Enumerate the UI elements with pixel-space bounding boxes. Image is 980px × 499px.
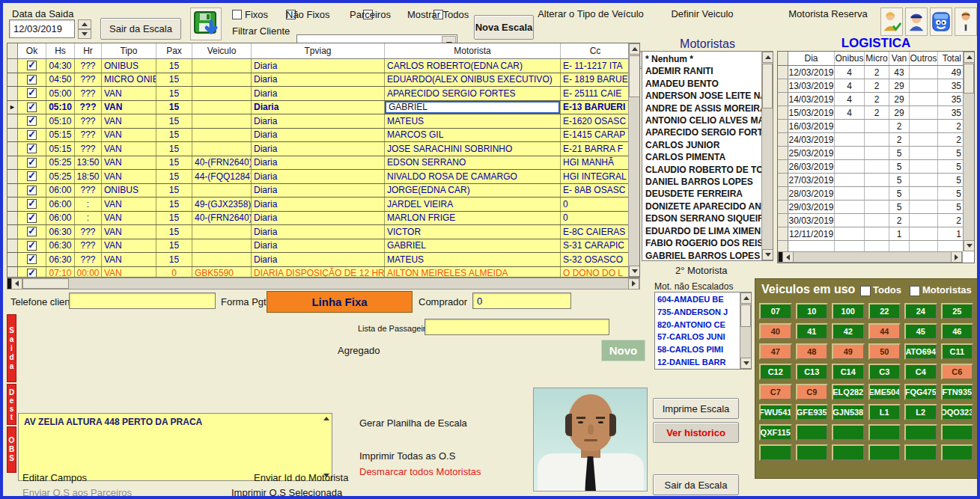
schedule-row[interactable]: 06:30???VAN15DiariaVICTORE-8C CAIERAS bbox=[7, 225, 628, 239]
spinner-down-icon[interactable] bbox=[78, 29, 91, 39]
vehicle-button[interactable]: L1 bbox=[868, 404, 901, 420]
driver-list-item[interactable]: DANIEL BARROS LOPES bbox=[642, 176, 761, 188]
scroll-right-icon[interactable] bbox=[628, 278, 639, 290]
logistics-horizontal-scrollbar[interactable] bbox=[778, 251, 963, 263]
scroll-down-icon[interactable] bbox=[629, 266, 640, 277]
scroll-up-icon[interactable] bbox=[323, 417, 329, 420]
logistics-row[interactable]: 27/03/201955 bbox=[778, 174, 963, 187]
saida-tab[interactable]: Saida bbox=[7, 314, 16, 382]
vehicle-button[interactable]: C3 bbox=[868, 364, 901, 380]
vehicle-button[interactable] bbox=[868, 444, 901, 461]
logistics-row[interactable]: 24/03/201922 bbox=[778, 133, 963, 147]
exit-schedule-top-button[interactable]: Sair da Escala bbox=[100, 18, 181, 40]
row-ok-checkbox[interactable] bbox=[27, 199, 37, 209]
vehicle-button[interactable]: C13 bbox=[796, 364, 829, 380]
vehicle-button[interactable] bbox=[832, 424, 865, 441]
driver-list-item[interactable]: GABRIEL BARROS LOPES bbox=[642, 250, 761, 261]
vehicle-button[interactable]: 50 bbox=[868, 343, 901, 360]
logistics-vertical-scrollbar[interactable] bbox=[963, 52, 974, 251]
row-ok-checkbox[interactable] bbox=[27, 130, 37, 140]
vehicle-button[interactable]: C4 bbox=[904, 364, 937, 380]
vehicle-button[interactable]: ATO694 bbox=[904, 343, 937, 360]
vehicle-button[interactable]: 48 bbox=[796, 343, 829, 360]
scroll-up-icon[interactable] bbox=[629, 43, 640, 55]
date-spinner[interactable] bbox=[78, 19, 91, 39]
vehicle-button[interactable]: C9 bbox=[796, 384, 829, 400]
passenger-list-input[interactable] bbox=[424, 319, 609, 335]
vehicle-button[interactable]: C12 bbox=[759, 364, 792, 380]
vehicle-button[interactable]: 22 bbox=[868, 303, 901, 319]
saida-textarea[interactable]: AV ZELIA ALTURA 448 PERTO DA PRACA bbox=[18, 413, 332, 481]
logistics-row[interactable]: 26/03/201955 bbox=[778, 160, 963, 174]
vehicle-button[interactable]: 07 bbox=[759, 303, 792, 319]
scroll-down-icon[interactable] bbox=[762, 249, 773, 260]
unscheduled-list-item[interactable]: 820-ANTONIO CE bbox=[655, 319, 740, 331]
print-schedule-button[interactable]: Imprime Escala bbox=[653, 398, 739, 419]
logistics-row[interactable]: 30/03/201922 bbox=[778, 214, 963, 227]
novo-button[interactable]: Novo bbox=[601, 340, 645, 361]
driver-list-item[interactable]: FABIO ROGERIO DOS REIS bbox=[642, 237, 761, 249]
grid-vertical-scrollbar[interactable] bbox=[628, 43, 639, 277]
vehicle-button[interactable] bbox=[796, 424, 829, 441]
schedule-row[interactable]: 05:15???VAN15DiariaJOSE SARACHINI SOBRIN… bbox=[7, 142, 628, 156]
row-ok-checkbox[interactable] bbox=[27, 75, 37, 85]
exit-schedule-bottom-button[interactable]: Sair da Escala bbox=[653, 474, 739, 495]
scroll-left-icon[interactable] bbox=[11, 278, 22, 290]
scroll-down-icon[interactable] bbox=[964, 240, 975, 251]
row-ok-checkbox[interactable] bbox=[27, 186, 37, 195]
vehicle-button[interactable]: 45 bbox=[904, 323, 937, 340]
unscheduled-list-item[interactable]: 12-DANIEL BARR bbox=[655, 356, 740, 369]
vehicle-button[interactable] bbox=[941, 424, 974, 441]
save-button[interactable] bbox=[190, 7, 222, 40]
row-ok-checkbox[interactable] bbox=[27, 241, 37, 251]
logistics-row[interactable]: 28/03/201955 bbox=[778, 187, 963, 200]
driver-list-item[interactable]: EDUARDO DE LIMA XIMENES bbox=[642, 225, 761, 237]
vehicle-button[interactable] bbox=[796, 444, 829, 461]
vehicle-button[interactable] bbox=[832, 444, 865, 461]
scroll-right-icon[interactable] bbox=[951, 251, 962, 263]
vehicle-button[interactable]: 44 bbox=[868, 323, 901, 340]
row-ok-checkbox[interactable] bbox=[27, 213, 37, 223]
row-ok-checkbox[interactable] bbox=[27, 158, 37, 168]
logistics-row[interactable]: 13/03/2019422935 bbox=[778, 79, 963, 93]
vehicle-button[interactable]: GFE935 bbox=[796, 404, 829, 420]
buyer-input[interactable]: 0 bbox=[472, 293, 571, 309]
payment-type-button[interactable]: Linha Fixa bbox=[267, 291, 413, 313]
schedule-row[interactable]: 06:30???VAN15DiariaMATEUSS-32 OSASCO bbox=[7, 253, 628, 267]
vehicle-button[interactable]: C6 bbox=[941, 364, 974, 380]
vehicle-button[interactable]: 10 bbox=[796, 303, 829, 319]
driver-list-item[interactable]: CARLOS PIMENTA bbox=[642, 151, 761, 163]
vehicle-button[interactable]: 47 bbox=[759, 343, 792, 360]
vehicle-button[interactable]: 25 bbox=[941, 303, 974, 319]
driver-list-item[interactable]: EDSON SERRANO SIQUEIRA bbox=[642, 212, 761, 224]
view-history-button[interactable]: Ver historico bbox=[653, 422, 739, 443]
row-ok-checkbox[interactable] bbox=[27, 61, 37, 70]
schedule-row[interactable]: 05:2513:50VAN1540-(FRN2640)DiariaEDSON S… bbox=[7, 156, 628, 171]
vehicle-button[interactable]: L2 bbox=[904, 404, 937, 420]
vehicle-button[interactable]: OQO323 bbox=[941, 404, 974, 420]
unscheduled-list-item[interactable]: 735-ANDERSON J bbox=[655, 306, 740, 319]
vehicle-button[interactable]: 40 bbox=[759, 323, 792, 340]
row-ok-checkbox[interactable] bbox=[27, 102, 37, 112]
schedule-row[interactable]: 05:15???VAN15DiariaMARCOS GILE-1415 CARA… bbox=[7, 129, 628, 143]
scroll-up-icon[interactable] bbox=[964, 52, 975, 63]
schedule-row[interactable]: 06:30???VAN15DiariaGABRIELS-31 CARAPIC bbox=[7, 239, 628, 254]
vehicle-button[interactable]: C11 bbox=[941, 343, 974, 360]
scrollbar-thumb[interactable] bbox=[964, 64, 974, 94]
scrollbar-thumb[interactable] bbox=[22, 278, 69, 289]
spinner-up-icon[interactable] bbox=[78, 19, 91, 29]
logistics-row[interactable]: 16/03/201922 bbox=[778, 120, 963, 133]
schedule-row[interactable]: 06:00:VAN1540-(FRN2640)DiariaMARLON FRIG… bbox=[7, 212, 628, 226]
row-ok-checkbox[interactable] bbox=[27, 88, 37, 98]
row-ok-checkbox[interactable] bbox=[27, 171, 37, 181]
schedule-row[interactable]: 04:50???MICRO ONIB15DiariaEDUARDO(ALEX O… bbox=[7, 73, 628, 88]
vehicle-button[interactable]: FQG475 bbox=[904, 384, 937, 400]
destino-tab[interactable]: Dest bbox=[7, 384, 16, 425]
scrollbar-thumb[interactable] bbox=[762, 64, 773, 108]
vehicle-button[interactable] bbox=[904, 444, 937, 461]
police-button[interactable] bbox=[905, 7, 928, 36]
clerk-button[interactable] bbox=[880, 7, 903, 36]
vehicle-button[interactable]: 42 bbox=[832, 323, 865, 340]
schedule-row[interactable]: 05:2518:50VAN1544-(FQQ1284)DiariaNIVALDO… bbox=[7, 170, 628, 184]
scroll-down-icon[interactable] bbox=[740, 358, 752, 369]
